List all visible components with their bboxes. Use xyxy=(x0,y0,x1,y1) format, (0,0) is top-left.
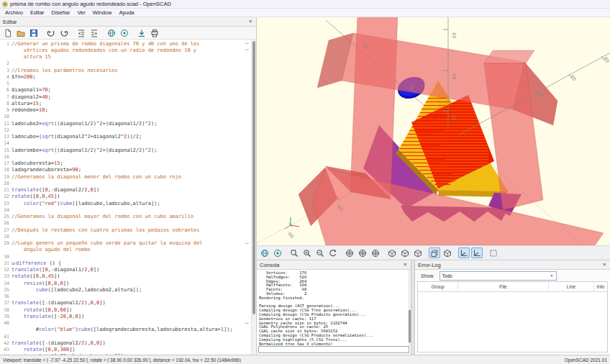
view-right-button[interactable] xyxy=(344,247,355,258)
code-line[interactable]: 1//Generar un prisma de rombo diagonales… xyxy=(0,40,252,47)
code-line[interactable]: 38 rotate([0,0,60]) xyxy=(0,306,252,313)
code-line[interactable]: 37translate([-(diagonal2/2),0,0]) xyxy=(0,300,252,306)
menu-item-editar[interactable]: Editar xyxy=(27,9,48,17)
errorlog-table-body[interactable] xyxy=(418,292,607,352)
code-line[interactable]: 16 xyxy=(0,153,252,160)
code-line[interactable]: 30 xyxy=(0,253,252,260)
menu-item-archivo[interactable]: Archivo xyxy=(1,9,27,17)
console-input[interactable] xyxy=(258,346,409,353)
code-line[interactable]: 28 xyxy=(0,233,252,240)
code-line[interactable]: 21translate([0,-diagonal2/2,0]) xyxy=(0,187,252,194)
3d-viewport[interactable]: -60-404060802040604060 xyxy=(257,17,610,245)
fold-icon[interactable]: ⊟ xyxy=(12,260,15,265)
code-line[interactable]: 35 cube([ladocubo2,ladocubo2,altura]); xyxy=(0,286,252,293)
title-bar[interactable]: prisma de rombo con angulo agudo redonde… xyxy=(0,0,610,9)
code-line[interactable]: 29//Luego genero un pequeño cubo verde p… xyxy=(0,240,252,247)
zoom-out-button[interactable] xyxy=(314,247,326,258)
code-line[interactable]: 14 xyxy=(0,140,252,147)
menu-item-ver[interactable]: Ver xyxy=(73,9,88,17)
code-line[interactable]: 12 xyxy=(0,127,252,133)
code-line[interactable]: 31⊟difference () { xyxy=(0,260,252,266)
editor-panel-header[interactable]: Editar ✕ xyxy=(0,17,256,27)
console-panel-header[interactable]: Consola ✕ xyxy=(257,260,411,270)
console-output[interactable]: Vertices: 176 Halfedges: 528 Edges: 264 … xyxy=(257,270,411,345)
code-line[interactable]: 41 xyxy=(0,333,252,340)
errorlog-column-info[interactable]: Info xyxy=(594,282,607,291)
code-line[interactable]: altura 15 xyxy=(0,54,252,60)
code-line[interactable]: 9redondeo=10; xyxy=(0,107,252,114)
code-line[interactable]: 17ladocuboresta=15; xyxy=(0,160,252,167)
preview-button[interactable] xyxy=(106,27,117,38)
zoom-in-button[interactable] xyxy=(301,247,313,258)
code-line[interactable]: 15ladorombo=sqrt((diagonal1/2)^2+(diagon… xyxy=(0,147,252,153)
code-line[interactable]: 25//Generamos la diagonal mayor del romb… xyxy=(0,214,252,220)
unindent-button[interactable] xyxy=(76,27,87,38)
close-icon[interactable]: ✕ xyxy=(599,262,610,268)
code-line[interactable]: 4$fn=200; xyxy=(0,73,252,80)
errorlog-filter-select[interactable]: Todo ▼ xyxy=(440,271,557,281)
redo-button[interactable] xyxy=(58,27,70,38)
send-to-printer-button[interactable] xyxy=(149,27,160,38)
code-line[interactable]: 3//Creamos los parámetros necesarios xyxy=(0,67,252,73)
errorlog-column-line[interactable]: Line xyxy=(549,282,594,291)
view-left-button[interactable] xyxy=(370,247,381,258)
code-line[interactable]: 32translate([0,-diagonal1/2,0]) xyxy=(0,267,252,273)
perspective-button[interactable] xyxy=(429,247,440,258)
code-line[interactable]: 33rotate([0,0,45]) xyxy=(0,273,252,280)
orthogonal-button[interactable] xyxy=(442,247,453,258)
code-line[interactable]: 5 xyxy=(0,81,252,87)
editor-scrollbar-handle[interactable] xyxy=(252,41,255,314)
code-line[interactable]: 2 xyxy=(0,60,252,67)
indent-button[interactable] xyxy=(88,27,100,38)
show-scale-markers-button[interactable] xyxy=(471,247,483,258)
view-diagonal-button[interactable] xyxy=(412,247,424,258)
code-line[interactable]: 8altura=15; xyxy=(0,100,252,106)
console-scrollbar[interactable] xyxy=(408,270,411,345)
zoom-all-button[interactable] xyxy=(288,247,300,258)
menu-item-ayuda[interactable]: Ayuda xyxy=(115,9,137,17)
menu-item-diseñar[interactable]: Diseñar xyxy=(48,9,74,17)
console-scrollbar-handle[interactable] xyxy=(409,310,411,342)
code-line[interactable]: 6diagonal1=70; xyxy=(0,87,252,94)
code-line[interactable]: #color("blue")cube([ladograndecuboresta,… xyxy=(0,327,252,333)
export-stl-button[interactable] xyxy=(136,27,147,38)
menu-item-window[interactable]: Window xyxy=(89,9,116,17)
close-icon[interactable]: ✕ xyxy=(245,19,256,24)
undo-button[interactable] xyxy=(45,27,57,38)
errorlog-column-file[interactable]: File xyxy=(458,282,549,291)
code-line[interactable]: 11ladocubo2=sqrt((diagonal1/2)^2+(diagon… xyxy=(0,120,252,127)
view-top-button[interactable] xyxy=(357,247,368,258)
errorlog-column-group[interactable]: Group xyxy=(418,282,458,291)
code-line[interactable]: 34 resize([0,0,0]) xyxy=(0,280,252,286)
code-line[interactable]: 19//Generamos la diagonal menor del romb… xyxy=(0,173,252,180)
code-line[interactable]: 44 translate([-20,-ladocuboresta,0]) xyxy=(0,353,252,355)
code-line[interactable]: 22rotate([0,0,45]) xyxy=(0,194,252,200)
code-line[interactable]: 23 color("red")cube([ladocubo,ladocubo,a… xyxy=(0,200,252,206)
code-line[interactable]: 18ladograndecuboresta=90; xyxy=(0,167,252,173)
editor-scrollbar[interactable] xyxy=(251,40,256,355)
code-line[interactable]: vértices agudos redondeados con un radio… xyxy=(0,47,252,53)
code-line[interactable]: 7diagonal2=40; xyxy=(0,94,252,100)
code-line[interactable]: ángulo agudo del rombo xyxy=(0,247,252,253)
errorlog-panel-header[interactable]: Error-Log ✕ xyxy=(415,260,610,270)
open-file-button[interactable] xyxy=(15,27,27,38)
reset-view-button[interactable] xyxy=(327,247,339,258)
code-line[interactable]: 42translate([-(diagonal2/2),0,0]) xyxy=(0,340,252,346)
code-line[interactable]: 27//Después le restamos con cuatro prism… xyxy=(0,227,252,233)
view-back-button[interactable] xyxy=(399,247,411,258)
code-line[interactable]: 40↩ xyxy=(0,320,252,327)
show-axes-button[interactable] xyxy=(458,247,470,258)
close-icon[interactable]: ✕ xyxy=(400,262,411,268)
code-line[interactable]: 43 rotate([0,0,300]) xyxy=(0,347,252,353)
view-front-button[interactable] xyxy=(386,247,398,258)
code-line[interactable]: 10 xyxy=(0,114,252,120)
preview-button[interactable] xyxy=(259,247,270,258)
code-editor[interactable]: 1//Generar un prisma de rombo diagonales… xyxy=(0,40,256,355)
code-line[interactable]: 20 xyxy=(0,180,252,186)
render-button[interactable] xyxy=(119,27,130,38)
code-line[interactable]: 26 xyxy=(0,220,252,227)
code-line[interactable]: 13ladocubo=(sqrt(diagonal2^2+diagonal2^2… xyxy=(0,134,252,140)
code-line[interactable]: 36 xyxy=(0,294,252,300)
code-line[interactable]: 39 translate([-20,0,0]) xyxy=(0,313,252,319)
view-all-button[interactable] xyxy=(488,247,499,258)
